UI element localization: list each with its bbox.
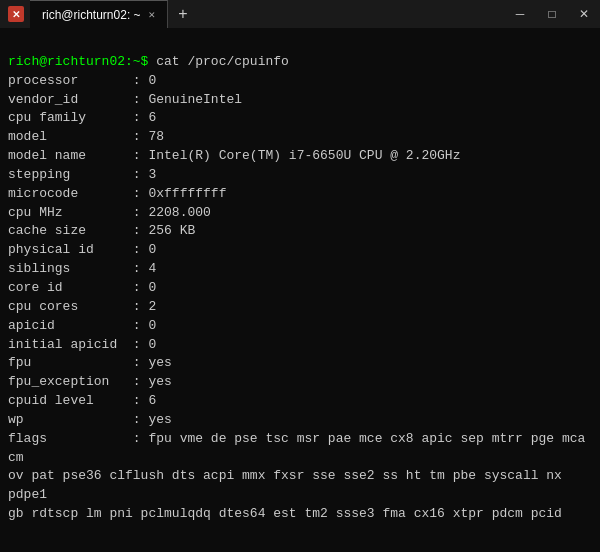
tab-label[interactable]: rich@richturn02: ~ bbox=[42, 8, 141, 22]
prompt: rich@richturn02:~$ bbox=[8, 54, 156, 69]
new-tab-button[interactable]: + bbox=[172, 5, 193, 23]
minimize-button[interactable]: ─ bbox=[504, 0, 536, 28]
terminal-output: rich@richturn02:~$ cat /proc/cpuinfo pro… bbox=[0, 28, 600, 524]
command: cat /proc/cpuinfo bbox=[156, 54, 289, 69]
tab-close-icon[interactable]: ✕ bbox=[149, 8, 156, 21]
app-icon: ✕ bbox=[8, 6, 24, 22]
close-button[interactable]: ✕ bbox=[568, 0, 600, 28]
titlebar: ✕ rich@richturn02: ~ ✕ + ─ □ ✕ bbox=[0, 0, 600, 28]
maximize-button[interactable]: □ bbox=[536, 0, 568, 28]
